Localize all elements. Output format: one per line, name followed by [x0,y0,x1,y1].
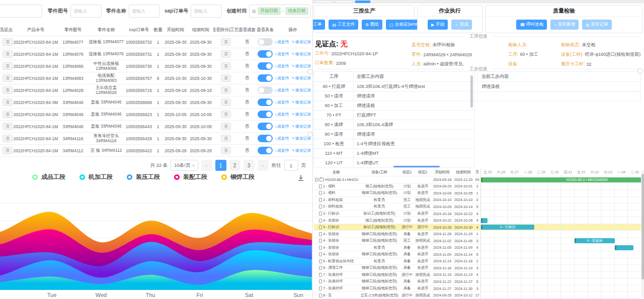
gantt-row[interactable]: 4 - 装锁块铆焊工段(核电制造部)具备未进序2024-11-282024-11… [314,231,480,238]
gantt-scrollbar[interactable] [641,170,644,298]
edit-record-link[interactable]: ✎修改记录 [292,39,311,45]
equipped-toggle[interactable] [258,98,273,106]
edit-record-link[interactable]: ✎修改记录 [292,112,311,117]
gantt-row[interactable]: 1 - 领料铆工(核电制造部)计划未进序2024-09-292024-10-01… [314,183,480,190]
gantt-bar[interactable] [481,218,488,223]
legend-item[interactable]: 机加工段 [79,173,113,181]
工单-button[interactable]: ≡工单 [312,20,325,30]
set-check-link[interactable]: ⌂成套性 [275,51,289,57]
equipped-toggle[interactable] [258,123,273,130]
gantt-scrollbar-thumb[interactable] [641,174,644,279]
edit-record-link[interactable]: ✎修改记录 [292,87,311,93]
split-badge[interactable]: 否 [221,62,231,70]
split-badge[interactable]: 否 [221,86,231,94]
steps-row[interactable]: 50 • 清理焊缝清理 [314,91,474,101]
gantt-row[interactable]: 7 - 装保持环铆焊工段(核电制造部)进行中按期完成2024-11-192024… [314,272,480,279]
gantt-row[interactable]: 5 - 检查锁全块外径检查员具备未进序2024-11-142024-11-162 [314,258,480,265]
steps-row[interactable]: 60 • 加工焊缝清根 [314,101,474,111]
gantt-row[interactable]: 7 - 装保持环铆焊工段(核电制造部)具备未进序2024-11-222024-1… [314,278,480,285]
steps-scrollbar[interactable] [470,75,473,108]
gantt-row[interactable]: 1 - 领料铆焊工段(核电制造部)计划未进序2024-10-042024-10-… [314,190,480,197]
download-icon[interactable] [297,174,305,184]
legend-item[interactable]: 装配工段 [174,173,207,181]
equipped-toggle[interactable] [258,86,273,94]
edit-record-link[interactable]: ✎修改记录 [292,51,311,57]
set-check-link[interactable]: ⌂成套性 [275,136,289,141]
search-input-partial[interactable] [0,5,42,18]
gantt-row[interactable]: 3 - 打标识标识工(核电制造部)计划未进序2024-10-182024-10-… [314,211,480,218]
gantt-row[interactable]: 4 - 装锁块铆焊工段(核电制造部)完工按期完成2024-11-022024-1… [314,238,480,245]
part-drawing-input[interactable] [70,5,102,18]
split-badge[interactable]: 否 [221,50,231,58]
split-handle-3[interactable] [637,68,643,74]
开始-button[interactable]: ▶开始 [428,20,448,30]
start-date-placeholder[interactable]: 开始日期 [258,7,281,15]
legend-item[interactable]: 装压工段 [127,173,160,181]
gantt-row[interactable]: 2 - 材料核实检查员完工拖期完成2024-10-092024-10-145 [314,204,480,211]
set-check-link[interactable]: ⌂成套性 [275,63,289,69]
split-handle-1[interactable] [307,69,313,74]
split-badge[interactable]: 否 [221,74,231,82]
split-badge[interactable]: 否 [221,147,231,154]
工艺文件-button[interactable]: ▤工艺文件 [329,20,358,30]
split-badge[interactable]: 否 [221,135,231,142]
set-check-link[interactable]: ⌂成套性 [275,148,289,153]
gantt-row[interactable]: H1020-66-3 • MHZ2A63002024-09-182024-12-… [314,176,480,183]
set-check-link[interactable]: ⌂成套性 [275,112,289,117]
gantt-row[interactable]: 4 - 装锁块铆焊工段(核电制造部)具备未进序2024-11-092024-11… [314,251,480,258]
gantt-bar[interactable]: 4 - 装锁块 [575,238,615,243]
equipped-toggle[interactable] [258,62,273,70]
gantt-row[interactable]: 7 - 装保持环铆焊工段(核电制造部)具备未进序2024-11-272024-1… [314,285,480,292]
equipped-toggle[interactable] [258,147,273,154]
gantt-bar[interactable]: 4 - 打标识 [481,225,534,230]
legend-item[interactable]: 成品工段 [32,173,65,181]
end-date-placeholder[interactable]: 结束日期 [285,7,308,15]
tab-2[interactable] [335,1,353,3]
collapse-icon[interactable] [315,178,318,181]
edit-record-link[interactable]: ✎修改记录 [292,63,311,69]
goto-page-input[interactable] [284,160,298,171]
set-check-link[interactable]: ⌂成套性 [275,87,289,93]
gantt-row[interactable]: 4 - 装锁块铆工(核电制造部)计划未进序2024-10-222024-10-2… [314,217,480,224]
steps-row[interactable]: 80 • 满焊106.3和106.4满焊 [314,120,474,130]
steps-row[interactable]: 90 • 清理焊缝清理 [314,130,474,139]
gantt-row[interactable]: 8 - 车立车-2.5米(核电制造部)进行中按期完成2024-09-252024… [314,292,480,299]
gantt-bar[interactable]: H1020-66-3 • MHZ2A6300 [481,177,641,182]
图纸-button[interactable]: ⚙图纸 [362,20,382,30]
equipped-toggle[interactable] [258,74,273,82]
tab-active[interactable] [355,1,370,3]
steps-hscrollbar[interactable] [393,166,440,167]
gantt-row[interactable]: 4 - 打标识标识工(核电制造部)进行中进行中2024-10-262024-10… [314,224,480,231]
part-name-input[interactable] [129,5,160,18]
split-badge[interactable]: 否 [221,38,231,46]
next-page-button[interactable]: › [258,160,269,171]
steps-row[interactable]: 40 • 打底焊106.3和106.4打底焊1-4号焊缝test [314,82,474,91]
gantt-row[interactable]: 2 - 材料核实检查员完工拖期完成2024-10-102024-10-100 [314,197,480,204]
create-time-range-picker[interactable]: ▦ 开始日期 - 结束日期 [249,5,311,18]
equipped-toggle[interactable] [258,38,273,46]
gantt-row[interactable]: 4 - 装锁块检查员具备未进序2024-11-052024-11-094 [314,244,480,251]
split-badge[interactable]: 否 [221,98,231,106]
异常新增-button[interactable]: +异常新增 [550,20,579,30]
page-button[interactable]: 3 [244,160,255,171]
gantt-row[interactable]: 6 - 清理工件铆焊工段(核电制造部)具备未进序2024-11-162024-1… [314,265,480,272]
呼叫送检-button[interactable]: ☎呼叫送检 [516,20,547,30]
page-size-select[interactable]: 10条/页 ▾ [171,160,198,171]
set-check-link[interactable]: ⌂成套性 [275,75,289,81]
prev-page-button[interactable]: ‹ [201,160,212,171]
tab-1[interactable] [315,1,333,3]
edit-record-link[interactable]: ✎修改记录 [292,148,311,153]
set-check-link[interactable]: ⌂成套性 [275,99,289,105]
sap-order-input[interactable] [191,5,222,18]
equipped-toggle[interactable] [258,135,273,142]
gantt-bar[interactable] [615,245,633,250]
page-button[interactable]: 1 [215,160,226,171]
edit-record-link[interactable]: ✎修改记录 [292,99,311,105]
steps-row[interactable]: 110 • MT1-4焊缝MT [314,149,474,158]
set-check-link[interactable]: ⌂成套性 [275,39,289,45]
edit-record-link[interactable]: ✎修改记录 [292,75,311,81]
set-check-link[interactable]: ⌂成套性 [275,124,289,129]
split-badge[interactable]: 否 [221,111,231,118]
异常记录-button[interactable]: ▤异常记录 [582,20,612,30]
split-handle-2[interactable] [307,132,313,137]
